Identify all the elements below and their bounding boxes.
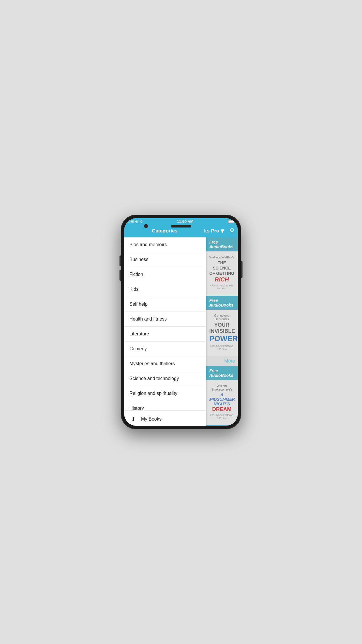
category-item-kids[interactable]: Kids [124, 282, 206, 297]
book-2-emphasis: POWER [209, 334, 234, 343]
search-nav-icon[interactable]: ⚲ [230, 227, 234, 235]
book-card-3-body: William Shakesphere's A MIDSUMMERNIGHT'S… [206, 380, 238, 425]
power-button [241, 261, 242, 278]
main-content: Bios and memoirs Business Fiction Kids S… [124, 237, 238, 426]
right-content: Free AudioBooks Wallace Wattles's THE SC… [206, 237, 238, 426]
category-item-comedy[interactable]: Comedy [124, 342, 206, 356]
category-item-business[interactable]: Business [124, 252, 206, 267]
more-link-container: More [206, 356, 238, 366]
book-card-3-header: Free AudioBooks [206, 366, 238, 380]
status-right [228, 220, 234, 223]
nav-icons: ▼ ⚲ [219, 227, 234, 235]
battery-fill [229, 220, 234, 223]
category-item-bios[interactable]: Bios and memoirs [124, 237, 206, 252]
nav-categories-title: Categories [128, 228, 202, 234]
book-3-emphasis: DREAM [209, 406, 234, 412]
book-1-emphasis: RICH [209, 276, 234, 283]
category-item-religion[interactable]: Religion and spirituality [124, 386, 206, 401]
speaker [171, 225, 191, 228]
menu-section: ⬇ My Books 🌐 Filter By Language ⓘ Help &… [124, 411, 206, 426]
phone-device: Carrier ⊜ 11:50 AM Categories ks Pro ▼ ⚲ [121, 215, 241, 429]
book-card-2-body: Geneviève Behrend's YOUR INVISIBLE POWER… [206, 310, 238, 356]
book-1-title1: THE SCIENCEOF GETTING [209, 260, 234, 276]
wifi-icon: ⊜ [140, 220, 143, 223]
category-item-history[interactable]: History [124, 401, 206, 411]
category-list: Bios and memoirs Business Fiction Kids S… [124, 237, 206, 411]
status-bar: Carrier ⊜ 11:50 AM [124, 218, 238, 225]
battery-icon [228, 220, 234, 223]
category-item-mysteries[interactable]: Mysteries and thrillers [124, 356, 206, 371]
menu-label-mybooks: My Books [141, 416, 161, 422]
category-item-fiction[interactable]: Fiction [124, 267, 206, 282]
volume-down-button [120, 270, 121, 281]
book-1-footer: Classic AudioBooks For You. [209, 283, 234, 292]
book-2-title1: YOUR INVISIBLE [209, 322, 234, 334]
book-card-1-body: Wallace Wattles's THE SCIENCEOF GETTING … [206, 251, 238, 296]
book-1-author: Wallace Wattles's [209, 256, 234, 259]
category-item-literature[interactable]: Literature [124, 327, 206, 342]
book-3-footer: Classic AudioBooks For You. [209, 412, 234, 422]
nav-app-title: ks Pro [204, 228, 219, 234]
sidebar: Bios and memoirs Business Fiction Kids S… [124, 237, 206, 426]
menu-item-mybooks[interactable]: ⬇ My Books [124, 411, 206, 426]
book-3-title2: MIDSUMMERNIGHT'S [209, 397, 234, 406]
phone-screen: Carrier ⊜ 11:50 AM Categories ks Pro ▼ ⚲ [124, 218, 238, 426]
volume-up-button [120, 256, 121, 266]
category-item-health[interactable]: Health and fitness [124, 312, 206, 327]
book-card-4[interactable]: Free AudioBooks Alice Turner Curtis's A … [206, 425, 238, 426]
carrier-label: Carrier [128, 219, 138, 223]
download-nav-icon[interactable]: ▼ [219, 227, 226, 235]
book-2-footer: Classic AudioBooks For You. [209, 343, 234, 353]
book-card-1-header: Free AudioBooks [206, 237, 238, 251]
book-card-1[interactable]: Free AudioBooks Wallace Wattles's THE SC… [206, 237, 238, 296]
book-card-2[interactable]: Free AudioBooks Geneviève Behrend's YOUR… [206, 296, 238, 356]
book-2-author: Geneviève Behrend's [209, 314, 234, 321]
download-menu-icon: ⬇ [129, 415, 137, 423]
category-item-selfhelp[interactable]: Self help [124, 297, 206, 312]
book-card-2-header: Free AudioBooks [206, 296, 238, 310]
book-card-3[interactable]: Free AudioBooks William Shakesphere's A … [206, 366, 238, 425]
book-3-title1: A [209, 392, 234, 397]
more-link[interactable]: More [224, 358, 235, 363]
status-time: 11:50 AM [177, 219, 194, 224]
status-left: Carrier ⊜ [128, 219, 143, 223]
book-3-author: William Shakesphere's [209, 384, 234, 391]
book-card-4-header: Free AudioBooks [206, 425, 238, 426]
category-item-science[interactable]: Science and technology [124, 371, 206, 386]
camera [144, 224, 148, 228]
